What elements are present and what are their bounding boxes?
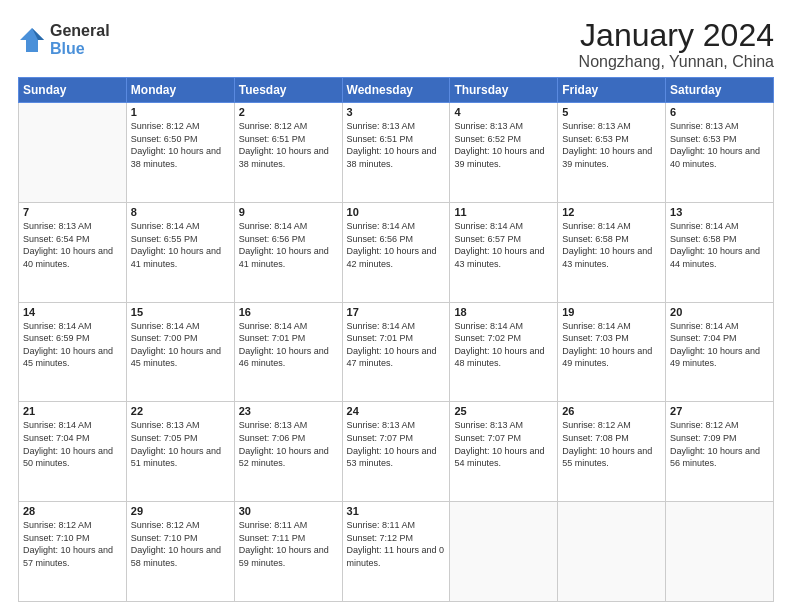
day-number: 6 [670, 106, 769, 118]
day-number: 30 [239, 505, 338, 517]
calendar-week-2: 7Sunrise: 8:13 AMSunset: 6:54 PMDaylight… [19, 202, 774, 302]
calendar-cell: 20Sunrise: 8:14 AMSunset: 7:04 PMDayligh… [666, 302, 774, 402]
calendar-cell: 5Sunrise: 8:13 AMSunset: 6:53 PMDaylight… [558, 103, 666, 203]
day-number: 20 [670, 306, 769, 318]
day-number: 22 [131, 405, 230, 417]
title-block: January 2024 Nongzhang, Yunnan, China [579, 18, 774, 71]
day-info: Sunrise: 8:13 AMSunset: 6:53 PMDaylight:… [562, 120, 661, 170]
day-info: Sunrise: 8:14 AMSunset: 6:55 PMDaylight:… [131, 220, 230, 270]
day-number: 18 [454, 306, 553, 318]
calendar-cell: 6Sunrise: 8:13 AMSunset: 6:53 PMDaylight… [666, 103, 774, 203]
calendar-cell: 8Sunrise: 8:14 AMSunset: 6:55 PMDaylight… [126, 202, 234, 302]
calendar-cell: 22Sunrise: 8:13 AMSunset: 7:05 PMDayligh… [126, 402, 234, 502]
col-monday: Monday [126, 78, 234, 103]
calendar-cell: 19Sunrise: 8:14 AMSunset: 7:03 PMDayligh… [558, 302, 666, 402]
day-number: 11 [454, 206, 553, 218]
day-number: 28 [23, 505, 122, 517]
calendar-cell [19, 103, 127, 203]
day-info: Sunrise: 8:13 AMSunset: 6:52 PMDaylight:… [454, 120, 553, 170]
calendar-cell: 10Sunrise: 8:14 AMSunset: 6:56 PMDayligh… [342, 202, 450, 302]
month-title: January 2024 [579, 18, 774, 53]
day-number: 24 [347, 405, 446, 417]
day-number: 21 [23, 405, 122, 417]
logo-icon [18, 26, 46, 54]
day-info: Sunrise: 8:13 AMSunset: 7:05 PMDaylight:… [131, 419, 230, 469]
day-number: 14 [23, 306, 122, 318]
col-tuesday: Tuesday [234, 78, 342, 103]
calendar-week-5: 28Sunrise: 8:12 AMSunset: 7:10 PMDayligh… [19, 502, 774, 602]
day-info: Sunrise: 8:14 AMSunset: 6:58 PMDaylight:… [670, 220, 769, 270]
day-info: Sunrise: 8:12 AMSunset: 7:08 PMDaylight:… [562, 419, 661, 469]
calendar-cell [666, 502, 774, 602]
day-info: Sunrise: 8:14 AMSunset: 7:03 PMDaylight:… [562, 320, 661, 370]
day-number: 16 [239, 306, 338, 318]
col-saturday: Saturday [666, 78, 774, 103]
day-number: 5 [562, 106, 661, 118]
location-title: Nongzhang, Yunnan, China [579, 53, 774, 71]
day-number: 31 [347, 505, 446, 517]
day-info: Sunrise: 8:14 AMSunset: 7:04 PMDaylight:… [23, 419, 122, 469]
day-number: 7 [23, 206, 122, 218]
calendar-cell: 21Sunrise: 8:14 AMSunset: 7:04 PMDayligh… [19, 402, 127, 502]
calendar-week-4: 21Sunrise: 8:14 AMSunset: 7:04 PMDayligh… [19, 402, 774, 502]
calendar-cell: 14Sunrise: 8:14 AMSunset: 6:59 PMDayligh… [19, 302, 127, 402]
calendar-table: Sunday Monday Tuesday Wednesday Thursday… [18, 77, 774, 602]
day-number: 12 [562, 206, 661, 218]
day-info: Sunrise: 8:12 AMSunset: 6:51 PMDaylight:… [239, 120, 338, 170]
calendar-cell: 26Sunrise: 8:12 AMSunset: 7:08 PMDayligh… [558, 402, 666, 502]
day-number: 8 [131, 206, 230, 218]
day-number: 29 [131, 505, 230, 517]
calendar-cell: 28Sunrise: 8:12 AMSunset: 7:10 PMDayligh… [19, 502, 127, 602]
day-number: 1 [131, 106, 230, 118]
day-info: Sunrise: 8:11 AMSunset: 7:11 PMDaylight:… [239, 519, 338, 569]
page: General Blue January 2024 Nongzhang, Yun… [0, 0, 792, 612]
day-info: Sunrise: 8:13 AMSunset: 7:07 PMDaylight:… [347, 419, 446, 469]
day-info: Sunrise: 8:12 AMSunset: 7:10 PMDaylight:… [131, 519, 230, 569]
calendar-cell: 27Sunrise: 8:12 AMSunset: 7:09 PMDayligh… [666, 402, 774, 502]
logo-text: General Blue [50, 22, 110, 57]
calendar-cell: 31Sunrise: 8:11 AMSunset: 7:12 PMDayligh… [342, 502, 450, 602]
calendar-cell: 4Sunrise: 8:13 AMSunset: 6:52 PMDaylight… [450, 103, 558, 203]
calendar-cell: 17Sunrise: 8:14 AMSunset: 7:01 PMDayligh… [342, 302, 450, 402]
calendar-cell: 30Sunrise: 8:11 AMSunset: 7:11 PMDayligh… [234, 502, 342, 602]
day-number: 19 [562, 306, 661, 318]
day-number: 23 [239, 405, 338, 417]
logo: General Blue [18, 22, 110, 57]
header: General Blue January 2024 Nongzhang, Yun… [18, 18, 774, 71]
calendar-cell [558, 502, 666, 602]
day-info: Sunrise: 8:13 AMSunset: 6:51 PMDaylight:… [347, 120, 446, 170]
calendar-cell: 23Sunrise: 8:13 AMSunset: 7:06 PMDayligh… [234, 402, 342, 502]
calendar-cell: 29Sunrise: 8:12 AMSunset: 7:10 PMDayligh… [126, 502, 234, 602]
calendar-cell: 24Sunrise: 8:13 AMSunset: 7:07 PMDayligh… [342, 402, 450, 502]
day-number: 9 [239, 206, 338, 218]
day-info: Sunrise: 8:12 AMSunset: 7:10 PMDaylight:… [23, 519, 122, 569]
calendar-cell [450, 502, 558, 602]
day-number: 15 [131, 306, 230, 318]
day-info: Sunrise: 8:13 AMSunset: 7:07 PMDaylight:… [454, 419, 553, 469]
day-info: Sunrise: 8:14 AMSunset: 6:58 PMDaylight:… [562, 220, 661, 270]
day-info: Sunrise: 8:14 AMSunset: 6:56 PMDaylight:… [239, 220, 338, 270]
day-number: 26 [562, 405, 661, 417]
calendar-cell: 12Sunrise: 8:14 AMSunset: 6:58 PMDayligh… [558, 202, 666, 302]
calendar-cell: 15Sunrise: 8:14 AMSunset: 7:00 PMDayligh… [126, 302, 234, 402]
col-wednesday: Wednesday [342, 78, 450, 103]
calendar-cell: 25Sunrise: 8:13 AMSunset: 7:07 PMDayligh… [450, 402, 558, 502]
calendar-cell: 1Sunrise: 8:12 AMSunset: 6:50 PMDaylight… [126, 103, 234, 203]
day-number: 25 [454, 405, 553, 417]
calendar-cell: 13Sunrise: 8:14 AMSunset: 6:58 PMDayligh… [666, 202, 774, 302]
day-number: 3 [347, 106, 446, 118]
day-number: 10 [347, 206, 446, 218]
day-info: Sunrise: 8:13 AMSunset: 7:06 PMDaylight:… [239, 419, 338, 469]
day-info: Sunrise: 8:14 AMSunset: 6:56 PMDaylight:… [347, 220, 446, 270]
day-info: Sunrise: 8:14 AMSunset: 7:02 PMDaylight:… [454, 320, 553, 370]
calendar-cell: 2Sunrise: 8:12 AMSunset: 6:51 PMDaylight… [234, 103, 342, 203]
day-info: Sunrise: 8:13 AMSunset: 6:54 PMDaylight:… [23, 220, 122, 270]
day-info: Sunrise: 8:14 AMSunset: 7:00 PMDaylight:… [131, 320, 230, 370]
day-info: Sunrise: 8:14 AMSunset: 7:01 PMDaylight:… [239, 320, 338, 370]
calendar-week-3: 14Sunrise: 8:14 AMSunset: 6:59 PMDayligh… [19, 302, 774, 402]
calendar-cell: 9Sunrise: 8:14 AMSunset: 6:56 PMDaylight… [234, 202, 342, 302]
day-number: 2 [239, 106, 338, 118]
calendar-cell: 3Sunrise: 8:13 AMSunset: 6:51 PMDaylight… [342, 103, 450, 203]
col-sunday: Sunday [19, 78, 127, 103]
logo-general: General [50, 22, 110, 40]
